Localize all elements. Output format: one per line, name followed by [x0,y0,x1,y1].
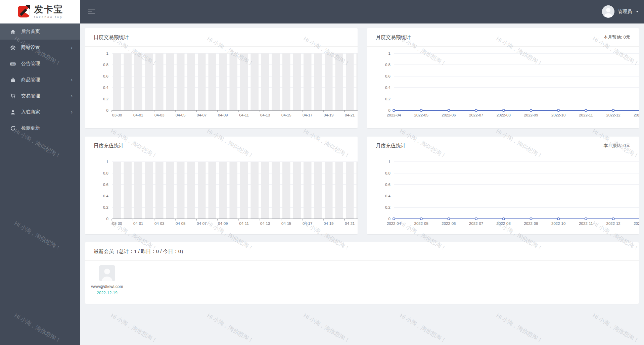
panel-monthly-recharge: 月度充值统计 本月预估: 0元 00.20.40.60.812022-04202… [367,137,639,234]
svg-text:0: 0 [106,108,108,112]
svg-text:1: 1 [106,160,108,164]
sidebar-item[interactable]: 交易管理› [0,88,80,104]
member-avatar [99,265,115,281]
svg-text:04-05: 04-05 [176,221,185,226]
svg-text:0.4: 0.4 [385,194,391,198]
panel-daily-trade: 日度交易额统计 00.20.40.60.8103-3004-0104-0304-… [85,28,358,128]
sidebar-item-label: 后台首页 [21,29,40,35]
brand-logo[interactable]: 发卡宝 fakabao.top [0,0,80,23]
sidebar-item[interactable]: 入驻商家› [0,104,80,120]
svg-text:04-07: 04-07 [197,113,206,117]
topbar: 发卡宝 fakabao.top 管理员 [0,0,644,23]
panel-latest-members: 最新会员（总计：1 / 昨日：0 / 今日：0） www@dkewl.com 2… [85,242,639,304]
user-menu[interactable]: 管理员 [602,5,639,18]
sidebar: 后台首页网站设置›NEW公告管理商品管理›交易管理›入驻商家›检测更新 [0,23,80,345]
svg-text:NEW: NEW [11,63,15,65]
user-name: 管理员 [618,9,632,15]
sidebar-item-label: 交易管理 [21,93,40,99]
member-card[interactable]: www@dkewl.com 2022-12-19 [91,265,123,295]
brand-domain: fakabao.top [34,15,63,19]
svg-text:04-11: 04-11 [239,113,249,117]
svg-text:1: 1 [388,51,390,55]
svg-text:2022-06: 2022-06 [442,113,456,117]
home-icon [10,29,16,35]
user-avatar [602,5,614,18]
svg-text:04-21: 04-21 [345,221,355,226]
monthly-recharge-chart: 00.20.40.60.812022-042022-052022-062022-… [367,155,639,234]
svg-text:04-21: 04-21 [345,113,355,117]
svg-text:2022-05: 2022-05 [414,221,428,226]
chevron-right-icon: › [71,77,73,83]
svg-text:04-05: 04-05 [176,113,185,117]
svg-text:04-09: 04-09 [218,221,228,226]
panel-daily-recharge: 日度充值统计 00.20.40.60.8103-3004-0104-0304-0… [85,137,358,234]
sidebar-item-label: 检测更新 [21,125,40,131]
update-icon [10,126,16,131]
watermark-text: Hi 小淘，淘你想淘！ [109,312,159,345]
brand-name: 发卡宝 [34,5,63,14]
month-estimate-label: 本月预估: 0元 [604,34,630,40]
bag-icon [10,77,16,83]
chevron-right-icon: › [71,109,73,115]
svg-text:0.2: 0.2 [103,205,108,209]
sidebar-item[interactable]: 网站设置› [0,40,80,56]
svg-text:0.4: 0.4 [385,86,391,90]
svg-text:0.8: 0.8 [103,63,108,67]
daily-recharge-chart: 00.20.40.60.8103-3004-0104-0304-0504-070… [85,155,358,234]
svg-text:2022-11: 2022-11 [579,113,593,117]
svg-text:0.8: 0.8 [385,63,390,67]
sidebar-item[interactable]: 商品管理› [0,72,80,88]
svg-text:04-13: 04-13 [260,113,270,117]
sidebar-item-label: 入驻商家 [21,109,40,115]
sidebar-item[interactable]: NEW公告管理 [0,56,80,72]
svg-text:04-19: 04-19 [324,113,333,117]
svg-text:0: 0 [388,217,390,221]
svg-text:0.6: 0.6 [103,183,108,187]
svg-text:2022-07: 2022-07 [469,221,483,226]
watermark-text: Hi 小淘，淘你想淘！ [206,312,255,345]
svg-text:0: 0 [388,108,390,112]
chevron-right-icon: › [71,93,73,99]
svg-text:04-19: 04-19 [324,221,333,226]
panel-title: 月度充值统计 [376,143,406,149]
svg-text:1: 1 [388,160,390,164]
brand-logo-icon [17,4,31,19]
new-badge-icon: NEW [10,61,16,67]
svg-text:2022-08: 2022-08 [497,113,511,117]
panel-monthly-trade: 月度交易额统计 本月预估: 0元 00.20.40.60.812022-0420… [367,28,639,128]
svg-text:2022-05: 2022-05 [414,113,428,117]
svg-text:04-03: 04-03 [154,113,164,117]
svg-text:0.8: 0.8 [385,171,390,175]
members-title: 最新会员（总计：1 / 昨日：0 / 今日：0） [94,248,186,255]
sidebar-item[interactable]: 检测更新 [0,120,80,136]
svg-text:2022-11: 2022-11 [579,221,593,226]
svg-text:03-30: 03-30 [112,113,122,117]
svg-text:1: 1 [106,51,108,55]
svg-text:2022-07: 2022-07 [469,113,483,117]
svg-text:0.6: 0.6 [385,183,390,187]
svg-text:2022-10: 2022-10 [551,221,565,226]
svg-text:04-01: 04-01 [133,113,143,117]
svg-text:2022-10: 2022-10 [551,113,565,117]
member-join-date: 2022-12-19 [91,291,123,295]
svg-text:04-09: 04-09 [218,113,228,117]
svg-text:2022-12: 2022-12 [606,221,620,226]
menu-fold-icon[interactable] [88,9,95,15]
chevron-right-icon: › [71,45,73,50]
svg-text:0.4: 0.4 [103,194,109,198]
month-estimate-label: 本月预估: 0元 [604,143,630,149]
svg-text:04-15: 04-15 [281,113,291,117]
svg-text:2022-09: 2022-09 [524,221,538,226]
svg-text:2023-01: 2023-01 [634,221,639,226]
daily-trade-chart: 00.20.40.60.8103-3004-0104-0304-0504-070… [85,47,358,127]
watermark-text: Hi 小淘，淘你想淘！ [399,312,448,345]
svg-text:0.2: 0.2 [385,205,390,209]
svg-text:0.6: 0.6 [385,74,390,78]
svg-text:2022-06: 2022-06 [442,221,456,226]
sidebar-item[interactable]: 后台首页 [0,23,80,40]
svg-text:03-30: 03-30 [112,221,122,226]
gear-icon [10,45,16,51]
svg-text:04-17: 04-17 [303,221,312,226]
svg-text:04-11: 04-11 [239,221,249,226]
svg-text:04-03: 04-03 [154,221,164,226]
